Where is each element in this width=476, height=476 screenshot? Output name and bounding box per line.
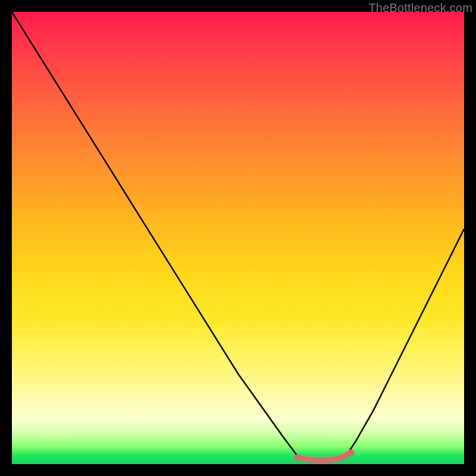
plot-area (12, 12, 464, 464)
highlight-end-dot (347, 449, 355, 456)
watermark-text: TheBottleneck.com (368, 1, 472, 15)
highlight-segment (297, 453, 351, 461)
curve-layer (12, 12, 464, 464)
chart-stage: TheBottleneck.com (0, 0, 476, 476)
bottleneck-curve (12, 12, 464, 459)
